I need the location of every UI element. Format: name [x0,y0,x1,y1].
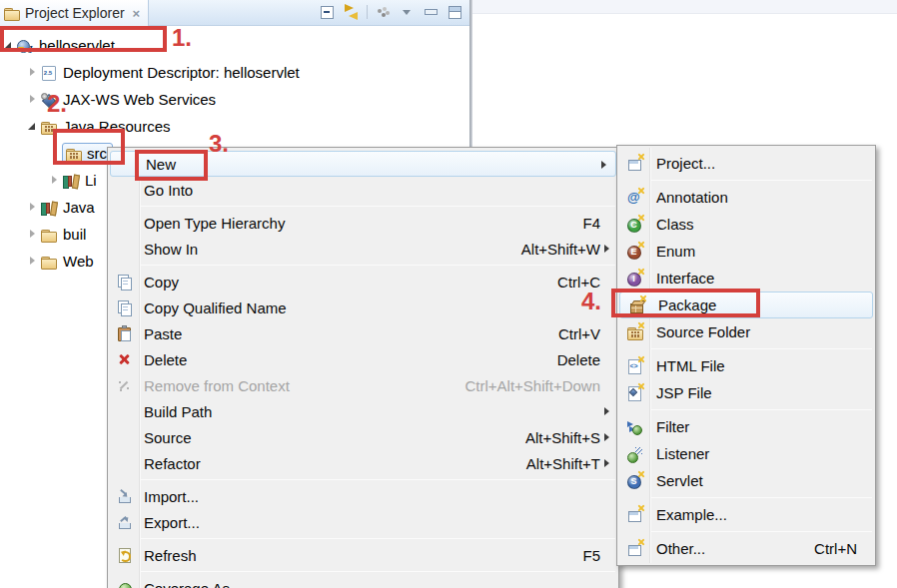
view-titlebar: Project Explorer × [0,0,469,26]
submenu-arrow-icon [604,407,613,415]
submenu-item-jsp-file[interactable]: JSP File [617,379,875,406]
menu-item-import[interactable]: Import... [108,483,618,509]
view-toolbar [319,4,463,20]
example-wizard-icon [626,507,643,523]
submenu-arrow-icon [604,245,613,253]
step-4-box [611,289,760,317]
collapse-arrow-icon[interactable] [26,201,40,215]
library-icon [40,200,57,216]
collapse-all-icon[interactable] [319,4,336,20]
menu-item-source[interactable]: Source Alt+Shift+S [108,424,618,450]
submenu-arrow-icon [604,433,613,441]
close-icon[interactable]: × [133,6,141,21]
menu-item-copy[interactable]: Copy Ctrl+C [108,269,618,294]
menu-item-open-type-hierarchy[interactable]: Open Type Hierarchy F4 [108,210,618,236]
library-icon [62,173,79,189]
menu-separator [141,479,615,480]
copy-qualified-name-icon [116,299,133,315]
refresh-icon [116,547,133,563]
folder-icon [40,227,57,243]
submenu-item-filter[interactable]: Filter [617,413,875,440]
minimize-icon[interactable] [423,4,440,20]
submenu-item-interface[interactable]: Interface [617,265,875,292]
submenu-item-other[interactable]: Other... Ctrl+N [617,535,875,562]
editor-top-strip [472,0,897,14]
collapse-arrow-icon[interactable] [26,255,40,269]
submenu-item-html-file[interactable]: HTML File [617,352,875,379]
project-explorer-icon [3,5,20,21]
menu-item-delete[interactable]: Delete Delete [108,346,618,372]
other-wizard-icon [626,541,643,557]
collapse-arrow-icon[interactable] [26,93,40,107]
jsp-file-icon [626,385,643,401]
submenu-item-listener[interactable]: Listener [617,440,875,467]
step-4-label: 4. [581,288,601,315]
import-icon [116,488,133,504]
tree-item-deployment-descriptor[interactable]: Deployment Descriptor: helloservlet [0,59,469,86]
maximize-icon[interactable] [447,4,463,20]
deployment-descriptor-icon [40,65,57,81]
menu-item-export[interactable]: Export... [108,509,618,535]
remove-from-context-icon [116,377,133,393]
folder-icon [40,254,57,270]
export-icon [116,514,133,530]
menu-item-build-path[interactable]: Build Path [108,398,618,424]
menu-separator [650,531,872,532]
focus-active-task-icon[interactable] [375,4,392,20]
menu-item-coverage-as[interactable]: Coverage As [108,575,618,588]
menu-separator [141,538,615,539]
new-submenu: Project... Annotation Class Enum Interfa… [616,145,876,566]
step-2-label: 2. [47,90,67,118]
servlet-icon [626,473,643,489]
collapse-arrow-icon[interactable] [26,66,40,80]
step-3-label: 3. [209,130,229,158]
tree-item-jaxws[interactable]: JAX-WS Web Services [0,86,469,113]
delete-icon [116,351,133,367]
collapse-arrow-icon[interactable] [48,174,62,188]
menu-item-copy-qualified-name[interactable]: Copy Qualified Name [108,294,618,320]
annotation-icon [626,190,643,206]
step-1-label: 1. [172,24,192,52]
submenu-item-enum[interactable]: Enum [617,238,875,265]
menu-separator [141,265,615,266]
step-3-box [135,150,208,181]
submenu-arrow-icon [604,459,613,467]
html-file-icon [626,358,643,374]
submenu-item-source-folder[interactable]: Source Folder [617,318,875,345]
menu-item-show-in[interactable]: Show In Alt+Shift+W [108,236,618,262]
submenu-item-class[interactable]: Class [617,211,875,238]
menu-separator [650,497,872,498]
submenu-item-servlet[interactable]: Servlet [617,467,875,494]
new-project-icon [626,156,643,172]
menu-item-remove-from-context: Remove from Context Ctrl+Alt+Shift+Down [108,372,618,398]
submenu-arrow-icon [601,161,610,169]
menu-item-refresh[interactable]: Refresh F5 [108,542,618,568]
paste-icon [116,325,133,341]
class-icon [626,217,643,233]
menu-separator [650,348,872,349]
context-menu: New Go Into Open Type Hierarchy F4 Show … [107,147,619,588]
menu-separator [650,409,872,410]
submenu-item-example[interactable]: Example... [617,501,875,528]
view-menu-icon[interactable] [399,4,416,20]
eclipse-workbench: Project Explorer × helloservlet [0,0,897,588]
link-with-editor-icon[interactable] [343,4,360,20]
expand-arrow-icon[interactable] [26,120,40,134]
menu-separator [650,180,872,181]
enum-icon [626,244,643,260]
collapse-arrow-icon[interactable] [26,228,40,242]
coverage-icon [116,580,133,588]
tab-project-explorer[interactable]: Project Explorer × [0,0,149,26]
filter-icon [626,419,643,435]
menu-item-paste[interactable]: Paste Ctrl+V [108,320,618,346]
copy-icon [116,274,133,290]
tab-title: Project Explorer [25,5,125,21]
submenu-item-annotation[interactable]: Annotation [617,184,875,211]
source-folder-icon [626,324,643,340]
step-1-box [0,26,167,52]
menu-separator [141,206,615,207]
menu-item-refactor[interactable]: Refactor Alt+Shift+T [108,450,618,476]
submenu-item-project[interactable]: Project... [617,150,875,177]
menu-separator [141,571,615,572]
listener-icon [626,446,643,462]
